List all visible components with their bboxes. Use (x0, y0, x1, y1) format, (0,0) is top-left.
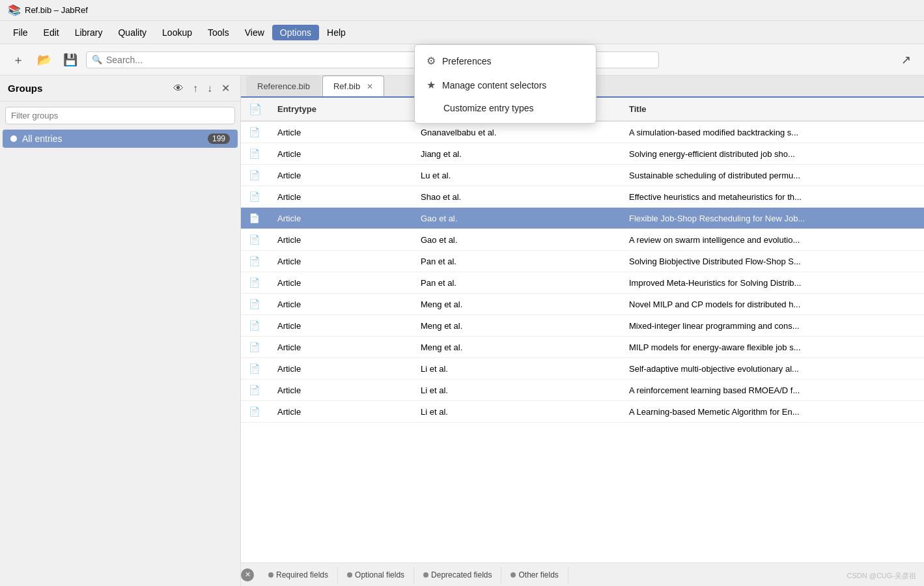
row-icon: 📄 (241, 121, 270, 143)
table-row[interactable]: 📄ArticleLi et al.A Learning-based Memeti… (241, 401, 924, 423)
row-title: Mixed-integer linear programming and con… (621, 315, 924, 337)
table-row[interactable]: 📄ArticleLi et al.A reinforcement learnin… (241, 380, 924, 401)
row-author: Shao et al. (413, 186, 621, 208)
menu-help[interactable]: Help (319, 25, 354, 40)
row-entrytype: Article (270, 380, 413, 401)
row-title: MILP models for energy-aware flexible jo… (621, 337, 924, 358)
row-author: Li et al. (413, 380, 621, 401)
search-icon: 🔍 (92, 55, 102, 64)
star-icon: ★ (427, 79, 436, 91)
row-icon: 📄 (241, 143, 270, 165)
row-author: Gnanavelbabu et al. (413, 121, 621, 143)
optional-dot-icon (347, 572, 352, 578)
row-author: Gao et al. (413, 208, 621, 229)
row-title: Sustainable scheduling of distributed pe… (621, 165, 924, 186)
table-row[interactable]: 📄ArticleMeng et al.Mixed-integer linear … (241, 315, 924, 337)
row-title: A Learning-based Memetic Algorithm for E… (621, 401, 924, 423)
col-title-header[interactable]: Title (621, 98, 924, 121)
col-entrytype-header[interactable]: Entrytype (270, 98, 413, 121)
bottom-tab-optional[interactable]: Optional fields (338, 566, 414, 583)
menu-library[interactable]: Library (67, 25, 111, 40)
menubar: File Edit Library Quality Lookup Tools V… (0, 21, 924, 44)
menu-edit[interactable]: Edit (36, 25, 67, 40)
remove-group-button[interactable]: ✕ (219, 81, 232, 96)
row-entrytype: Article (270, 358, 413, 380)
table-row[interactable]: 📄ArticlePan et al.Improved Meta-Heuristi… (241, 272, 924, 294)
move-group-down-button[interactable]: ↓ (204, 81, 215, 96)
open-external-button[interactable]: ↗ (895, 49, 916, 70)
main-layout: Groups 👁 ↑ ↓ ✕ All entries 199 Reference… (0, 76, 924, 586)
table-row[interactable]: 📄ArticleGao et al.A review on swarm inte… (241, 229, 924, 251)
bottom-tab-required[interactable]: Required fields (259, 566, 338, 583)
sidebar: Groups 👁 ↑ ↓ ✕ All entries 199 (0, 76, 241, 586)
table-row[interactable]: 📄ArticleLi et al.Self-adaptive multi-obj… (241, 358, 924, 380)
preferences-menu-item[interactable]: ⚙ Preferences (415, 49, 596, 73)
tab-reference-bib[interactable]: Reference.bib (246, 76, 321, 96)
row-icon: 📄 (241, 315, 270, 337)
row-author: Jiang et al. (413, 143, 621, 165)
sidebar-header: Groups 👁 ↑ ↓ ✕ (0, 76, 240, 102)
options-dropdown-menu: ⚙ Preferences ★ Manage content selectors… (414, 44, 596, 124)
row-entrytype: Article (270, 337, 413, 358)
table-row[interactable]: 📄ArticleMeng et al.Novel MILP and CP mod… (241, 294, 924, 315)
deprecated-dot-icon (423, 572, 428, 578)
row-entrytype: Article (270, 165, 413, 186)
table-row[interactable]: 📄ArticleGnanavelbabu et al.A simulation-… (241, 121, 924, 143)
row-entrytype: Article (270, 143, 413, 165)
move-group-up-button[interactable]: ↑ (190, 81, 201, 96)
row-author: Li et al. (413, 358, 621, 380)
titlebar: 📚 Ref.bib – JabRef (0, 0, 924, 21)
row-icon: 📄 (241, 401, 270, 423)
table-row[interactable]: 📄ArticleGao et al.Flexible Job-Shop Resc… (241, 208, 924, 229)
customize-entry-types-menu-item[interactable]: Customize entry types (415, 97, 596, 119)
row-title: A simulation-based modified backtracking… (621, 121, 924, 143)
menu-file[interactable]: File (5, 25, 36, 40)
bottom-bar: ✕ Required fields Optional fields Deprec… (241, 563, 924, 586)
open-library-button[interactable]: 📂 (34, 49, 55, 70)
row-author: Pan et al. (413, 272, 621, 294)
bottom-close-button[interactable]: ✕ (241, 568, 254, 581)
col-icon-header: 📄 (241, 98, 270, 121)
save-library-button[interactable]: 💾 (60, 49, 81, 70)
row-title: Self-adaptive multi-objective evolutiona… (621, 358, 924, 380)
row-title: Novel MILP and CP models for distributed… (621, 294, 924, 315)
row-entrytype: Article (270, 121, 413, 143)
row-author: Gao et al. (413, 229, 621, 251)
tab-ref-bib[interactable]: Ref.bib ✕ (322, 76, 384, 96)
row-entrytype: Article (270, 186, 413, 208)
table-row[interactable]: 📄ArticlePan et al.Solving Biobjective Di… (241, 251, 924, 272)
menu-tools[interactable]: Tools (200, 25, 237, 40)
sidebar-item-all-entries[interactable]: All entries 199 (3, 130, 238, 148)
row-author: Lu et al. (413, 165, 621, 186)
entries-table: 📄 Entrytype Author/Editor Title 📄Article… (241, 98, 924, 423)
row-entrytype: Article (270, 401, 413, 423)
app-icon: 📚 (8, 4, 21, 16)
toggle-groups-button[interactable]: 👁 (171, 81, 186, 96)
manage-content-selectors-menu-item[interactable]: ★ Manage content selectors (415, 73, 596, 97)
bottom-tab-deprecated[interactable]: Deprecated fields (414, 566, 501, 583)
row-title: A reinforcement learning based RMOEA/D f… (621, 380, 924, 401)
menu-lookup[interactable]: Lookup (154, 25, 200, 40)
row-entrytype: Article (270, 229, 413, 251)
watermark: CSDN @CUG-吴彦祖 (847, 571, 917, 581)
menu-quality[interactable]: Quality (110, 25, 154, 40)
row-author: Meng et al. (413, 294, 621, 315)
table-row[interactable]: 📄ArticleJiang et al.Solving energy-effic… (241, 143, 924, 165)
row-entrytype: Article (270, 251, 413, 272)
row-icon: 📄 (241, 294, 270, 315)
table-row[interactable]: 📄ArticleShao et al.Effective heuristics … (241, 186, 924, 208)
menu-options[interactable]: Options (272, 25, 319, 40)
bottom-tab-other[interactable]: Other fields (501, 566, 568, 583)
table-row[interactable]: 📄ArticleMeng et al.MILP models for energ… (241, 337, 924, 358)
table-row[interactable]: 📄ArticleLu et al.Sustainable scheduling … (241, 165, 924, 186)
group-name-label: All entries (22, 133, 208, 144)
row-icon: 📄 (241, 208, 270, 229)
menu-view[interactable]: View (237, 25, 272, 40)
filter-groups-input[interactable] (5, 107, 235, 124)
row-icon: 📄 (241, 229, 270, 251)
sidebar-title: Groups (8, 83, 171, 94)
row-title: Effective heuristics and metaheuristics … (621, 186, 924, 208)
tab-close-button[interactable]: ✕ (367, 82, 373, 91)
new-entry-button[interactable]: ＋ (8, 49, 29, 70)
row-icon: 📄 (241, 380, 270, 401)
